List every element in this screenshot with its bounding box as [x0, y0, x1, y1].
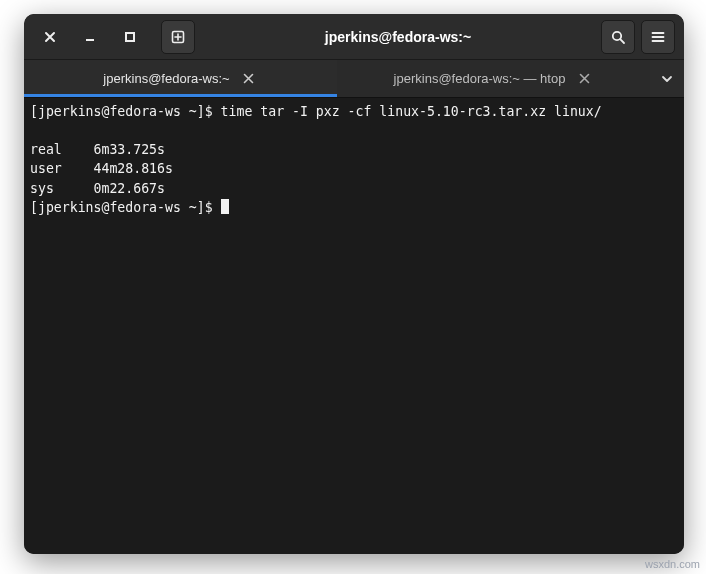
output-line: sys 0m22.667s: [30, 181, 165, 196]
close-icon: [44, 31, 56, 43]
command-text: time tar -I pxz -cf linux-5.10-rc3.tar.x…: [221, 104, 602, 119]
terminal-window: jperkins@fedora-ws:~ jperkins@fedora-ws:…: [24, 14, 684, 554]
cursor: [221, 199, 229, 214]
maximize-icon: [124, 31, 136, 43]
close-icon: [243, 73, 254, 84]
hamburger-icon: [650, 29, 666, 45]
minimize-icon: [84, 31, 96, 43]
tab-label: jperkins@fedora-ws:~ — htop: [394, 71, 566, 86]
svg-rect-1: [126, 33, 134, 41]
chevron-down-icon: [661, 73, 673, 85]
new-tab-button[interactable]: [161, 20, 195, 54]
titlebar: jperkins@fedora-ws:~: [24, 14, 684, 60]
tab-terminal-2[interactable]: jperkins@fedora-ws:~ — htop: [337, 60, 650, 97]
maximize-button[interactable]: [113, 20, 147, 54]
search-icon: [610, 29, 626, 45]
prompt: [jperkins@fedora-ws ~]$: [30, 104, 221, 119]
tab-label: jperkins@fedora-ws:~: [103, 71, 229, 86]
terminal-viewport[interactable]: [jperkins@fedora-ws ~]$ time tar -I pxz …: [24, 98, 684, 554]
svg-rect-0: [86, 39, 94, 41]
window-title: jperkins@fedora-ws:~: [198, 29, 598, 45]
tabs-dropdown[interactable]: [650, 60, 684, 97]
close-icon: [579, 73, 590, 84]
close-button[interactable]: [33, 20, 67, 54]
output-line: real 6m33.725s: [30, 142, 165, 157]
watermark: wsxdn.com: [645, 558, 700, 570]
tab-close-button[interactable]: [575, 70, 593, 88]
tab-close-button[interactable]: [240, 70, 258, 88]
menu-button[interactable]: [641, 20, 675, 54]
minimize-button[interactable]: [73, 20, 107, 54]
search-button[interactable]: [601, 20, 635, 54]
prompt: [jperkins@fedora-ws ~]$: [30, 200, 221, 215]
tab-terminal-1[interactable]: jperkins@fedora-ws:~: [24, 60, 337, 97]
output-line: user 44m28.816s: [30, 161, 173, 176]
new-tab-icon: [170, 29, 186, 45]
tab-bar: jperkins@fedora-ws:~ jperkins@fedora-ws:…: [24, 60, 684, 98]
